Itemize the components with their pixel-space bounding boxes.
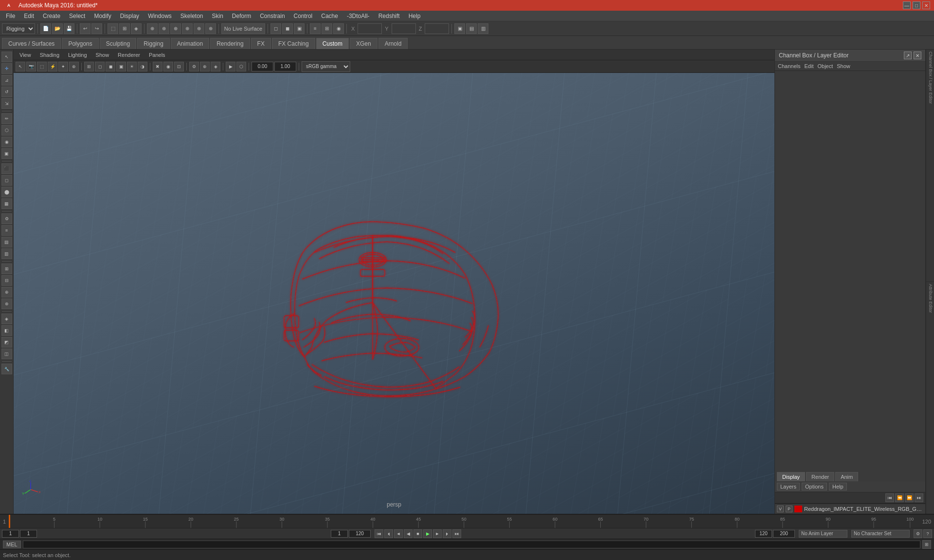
tab-rigging[interactable]: Rigging [137, 38, 170, 49]
menu-create[interactable]: Create [39, 12, 64, 20]
cb-skip-start[interactable]: ⏮ [885, 493, 894, 502]
cb-prev[interactable]: ⏪ [895, 493, 904, 502]
pb-settings[interactable]: ⚙ [914, 529, 922, 538]
pb-skip-end[interactable]: ⏭ [452, 529, 461, 538]
tb-open[interactable]: 📂 [52, 23, 63, 34]
vp-tb-sel[interactable]: ↖ [16, 62, 25, 71]
mel-label[interactable]: MEL [3, 541, 21, 548]
tb-undo[interactable]: ↩ [80, 23, 90, 34]
bottom-tab-render[interactable]: Render [806, 472, 834, 481]
tb-snap6[interactable]: ⊕ [205, 23, 216, 34]
no-live-surface[interactable]: No Live Surface [221, 23, 265, 34]
vp-input-val2[interactable]: 1.00 [274, 62, 296, 71]
cb-close-btn[interactable]: ✕ [914, 52, 921, 59]
tool-sculpt[interactable]: ⬡ [1, 125, 12, 136]
tool-s1[interactable]: ⬛ [1, 163, 12, 174]
vp-menu-view[interactable]: View [16, 51, 35, 59]
tb-render2[interactable]: ◼ [282, 23, 293, 34]
tool-i2[interactable]: ◧ [1, 325, 12, 336]
tab-sculpting[interactable]: Sculpting [100, 38, 136, 49]
bottom-tab-anim[interactable]: Anim [835, 472, 858, 481]
tb-render3[interactable]: ▣ [294, 23, 305, 34]
tb-misc3[interactable]: ◉ [333, 23, 344, 34]
vp-menu-lighting[interactable]: Lighting [64, 51, 91, 59]
vp-tb-hud[interactable]: ⊡ [174, 62, 184, 71]
tool-g4[interactable]: ▥ [1, 248, 12, 259]
tb-right3[interactable]: ▥ [478, 23, 488, 34]
tb-snap3[interactable]: ⊕ [170, 23, 181, 34]
tool-s2[interactable]: ◻ [1, 175, 12, 186]
pb-play-back[interactable]: ◀ [404, 529, 413, 538]
tool-i1[interactable]: ◈ [1, 314, 12, 324]
vp-tb-cam[interactable]: 📷 [26, 62, 36, 71]
menu-deform[interactable]: Deform [228, 12, 255, 20]
vp-tb-shadow[interactable]: ◑ [138, 62, 147, 71]
vp-tb-light[interactable]: ☀ [127, 62, 137, 71]
vp-tb-isol[interactable]: ◉ [163, 62, 173, 71]
vp-menu-shading[interactable]: Shading [36, 51, 63, 59]
menu-control[interactable]: Control [290, 12, 317, 20]
tab-animation[interactable]: Animation [171, 38, 209, 49]
layers-btn[interactable]: Layers [777, 483, 800, 490]
cb-skip-end[interactable]: ⏭ [915, 493, 923, 502]
tool-move[interactable]: ✛ [1, 63, 12, 74]
vp-tb-xray[interactable]: ✖ [153, 62, 162, 71]
pb-current-frame[interactable] [20, 530, 37, 538]
tool-h3[interactable]: ⊕ [1, 287, 12, 298]
menu-constrain[interactable]: Constrain [256, 12, 288, 20]
menu-skin[interactable]: Skin [208, 12, 227, 20]
tb-snap4[interactable]: ⊕ [182, 23, 193, 34]
pb-help2[interactable]: ? [923, 529, 932, 538]
pb-stop[interactable]: ■ [413, 529, 422, 538]
vp-tb-bk[interactable]: ⬡ [236, 62, 246, 71]
menu-cache[interactable]: Cache [317, 12, 342, 20]
no-anim-layer-btn[interactable]: No Anim Layer [799, 530, 847, 538]
tool-lasso[interactable]: ⊿ [1, 75, 12, 86]
color-space-dropdown[interactable]: sRGB gamma [302, 61, 350, 72]
menu-skeleton[interactable]: Skeleton [177, 12, 207, 20]
tb-render1[interactable]: ◻ [270, 23, 281, 34]
tb-right1[interactable]: ▣ [454, 23, 465, 34]
vp-tb-grid[interactable]: ⊞ [84, 62, 94, 71]
tb-snap1[interactable]: ⊕ [147, 23, 158, 34]
maximize-button[interactable]: □ [913, 1, 920, 9]
tool-g2[interactable]: ≡ [1, 225, 12, 236]
menu-select[interactable]: Select [65, 12, 89, 20]
cb-next[interactable]: ⏩ [905, 493, 914, 502]
tab-curves-surfaces[interactable]: Curves / Surfaces [2, 38, 61, 49]
vp-input-val1[interactable]: 0.00 [251, 62, 273, 71]
menu-windows[interactable]: Windows [144, 12, 176, 20]
menu-redshift[interactable]: Redshift [375, 12, 404, 20]
vp-tb-snap[interactable]: ⊕ [200, 62, 210, 71]
pb-skip-start[interactable]: ⏮ [375, 529, 383, 538]
pb-start-frame[interactable] [2, 530, 19, 538]
pb-range-start[interactable] [331, 530, 348, 538]
coord-y[interactable] [392, 23, 416, 34]
tb-redo[interactable]: ↪ [91, 23, 102, 34]
close-button[interactable]: ✕ [922, 1, 930, 9]
tb-new[interactable]: 📄 [40, 23, 51, 34]
tool-j1[interactable]: 🔧 [1, 364, 12, 374]
tb-select[interactable]: ⬚ [108, 23, 118, 34]
tab-xgen[interactable]: XGen [350, 38, 377, 49]
tb-snap5[interactable]: ⊕ [194, 23, 204, 34]
pb-step-back[interactable]: ⏴ [384, 529, 393, 538]
layer-play[interactable]: P [786, 506, 792, 512]
coord-z[interactable] [425, 23, 449, 34]
coord-x[interactable] [358, 23, 382, 34]
bottom-tab-display[interactable]: Display [777, 472, 805, 481]
vp-tb-manip[interactable]: ⚙ [189, 62, 199, 71]
tool-scale[interactable]: ⇲ [1, 98, 12, 109]
tb-right2[interactable]: ▤ [466, 23, 477, 34]
timeline[interactable]: 1 5 10 15 20 [0, 514, 934, 528]
vp-menu-show[interactable]: Show [92, 51, 113, 59]
tool-s4[interactable]: ▦ [1, 198, 12, 209]
options-btn[interactable]: Options [802, 483, 827, 490]
help-btn[interactable]: Help [829, 483, 847, 490]
tab-rendering[interactable]: Rendering [210, 38, 250, 49]
vp-tb-2[interactable]: ⬚ [37, 62, 47, 71]
pb-step-fwd[interactable]: ⏵ [443, 529, 451, 538]
pb-play-fwd[interactable]: ▶ [423, 529, 432, 538]
timeline-ruler[interactable]: 5 10 15 20 25 30 35 40 [9, 515, 919, 528]
tb-misc1[interactable]: ≡ [310, 23, 321, 34]
